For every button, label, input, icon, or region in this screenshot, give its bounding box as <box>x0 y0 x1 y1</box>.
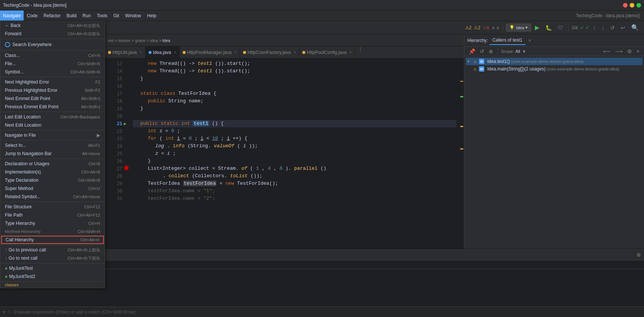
close-panel-btn[interactable]: × <box>635 48 641 55</box>
line-num-13: 13 <box>111 61 122 66</box>
nav-last-edit[interactable]: Last Edit Location Ctrl+Shift+Backspace <box>0 113 105 121</box>
callee-icon-btn[interactable]: ⟵ <box>602 48 612 55</box>
tree-item-test1[interactable]: ▾ ⚠ m Idea.test1() (com.example.demo.les… <box>466 58 642 65</box>
nav-class[interactable]: Class... Ctrl+N <box>0 51 105 60</box>
menu-build[interactable]: Build <box>63 10 80 21</box>
menu-git[interactable]: Git <box>110 10 122 21</box>
nav-my-junit[interactable]: ● MyJunitTest <box>0 264 105 272</box>
scope-dropdown-btn[interactable]: ▾ <box>521 48 527 55</box>
nav-prev-call[interactable]: ↑ Go to previous call Ctrl+Alt+向上箭头 <box>0 246 105 254</box>
nav-call-hierarchy[interactable]: Call Hierarchy Ctrl+Alt+H <box>1 236 104 244</box>
menu-window[interactable]: Window <box>122 10 144 21</box>
breakpoint-icon[interactable] <box>124 165 129 170</box>
close-btn[interactable] <box>623 3 627 7</box>
callers-tab-close-icon[interactable]: × <box>528 38 531 43</box>
editor-tabs: mo > lesson > grace > idea > Idea <box>105 34 464 46</box>
tab-httpconfig-close-icon[interactable]: × <box>350 50 352 54</box>
toolbar-sep-4 <box>568 24 569 31</box>
max-btn[interactable] <box>636 3 641 7</box>
nav-next-error[interactable]: Next Highlighted Error F2 <box>0 78 105 86</box>
tree-item-main[interactable]: ⚠ m Idea.main(String[])(2 usages) (com.e… <box>466 65 642 73</box>
nav-next-emmet[interactable]: Next Emmet Edit Point Alt+Shift+] <box>0 94 105 103</box>
code-content[interactable]: new Thread(() -> test1 ()).start(); new … <box>130 58 459 249</box>
git-push-btn[interactable]: ↑ <box>591 23 598 32</box>
min-btn[interactable] <box>630 3 634 7</box>
search-everywhere-btn[interactable]: 🔍 <box>629 22 641 33</box>
nav-file-label: File... <box>5 61 78 66</box>
bottom-settings-btn[interactable]: ⚙ <box>636 252 641 258</box>
nav-prev-error[interactable]: Previous Highlighted Error Shift+F2 <box>0 86 105 94</box>
tab-httputil-close-icon[interactable]: × <box>140 50 142 54</box>
nav-my-junit2[interactable]: ● MyJunitTest2 <box>0 272 105 281</box>
project-title: TechingCode - Idea.java [demo] <box>572 13 644 18</box>
code-line-30: testForIdea.name = "1"; <box>133 187 456 195</box>
tab-httputil[interactable]: HttpUtil.java × <box>105 46 146 58</box>
nav-super-method[interactable]: Super Method Ctrl+U <box>0 184 105 193</box>
run-btn[interactable]: ▶ <box>533 22 542 33</box>
nav-prev-emmet-label: Previous Emmet Edit Point <box>5 104 81 109</box>
nav-back[interactable]: ← Back Ctrl+Alt+向左箭头 <box>0 21 105 30</box>
nav-file[interactable]: File... Ctrl+Shift+N <box>0 60 105 68</box>
tab-httpcoon-close-icon[interactable]: × <box>294 50 296 54</box>
idea-dropdown-btn[interactable]: 💡 Idea ▾ <box>506 24 531 31</box>
menu-navigate[interactable]: Navigate <box>0 10 24 21</box>
debug-btn[interactable]: 🐛 <box>543 23 554 32</box>
menu-run[interactable]: Run <box>80 10 94 21</box>
nav-implementations[interactable]: Implementation(s) Ctrl+Alt+B <box>0 168 105 176</box>
gutter-run-icon-21[interactable]: ▶ <box>124 121 130 127</box>
nav-navigate-in-file[interactable]: Navigate in File ▶ <box>0 131 105 139</box>
tab-more-btn[interactable]: ⋮ <box>355 46 366 58</box>
nav-prev-emmet[interactable]: Previous Emmet Edit Point Alt+Shift+[ <box>0 103 105 111</box>
nav-file-path-label: File Path <box>5 212 77 218</box>
nav-symbol[interactable]: Symbol... Ctrl+Alt+Shift+N <box>0 68 105 76</box>
caller-icon-btn[interactable]: ⟶ <box>614 48 624 55</box>
code-text-23: for ( int i = 0 ; i < 10 ; i ++) { <box>133 135 247 142</box>
editor-scrollbar[interactable] <box>459 58 464 249</box>
menu-tools[interactable]: Tools <box>94 10 110 21</box>
nav-file-structure[interactable]: File Structure Ctrl+F12 <box>0 203 105 211</box>
nav-select-in[interactable]: Select In... Alt+F1 <box>0 141 105 150</box>
nav-related-symbol[interactable]: Related Symbol... Ctrl+Alt+Home <box>0 193 105 201</box>
nav-jump-shortcut: Alt+Home <box>82 151 100 156</box>
tab-httpconfig[interactable]: HttpPoolConfig.java × <box>299 46 355 58</box>
warn-arrows[interactable]: ∧ ∨ <box>492 25 500 30</box>
menu-code[interactable]: Code <box>24 10 41 21</box>
menu-refactor[interactable]: Refactor <box>41 10 63 21</box>
hierarchy-pin-btn[interactable]: 📌 <box>467 48 477 55</box>
tab-idea[interactable]: Idea.java × <box>146 46 180 58</box>
git-pull-btn[interactable]: ↓ <box>599 23 606 32</box>
git-undo-btn[interactable]: ↩ <box>618 23 627 32</box>
window-controls[interactable] <box>623 3 641 7</box>
settings-btn[interactable]: ⚙ <box>626 48 633 55</box>
nav-forward[interactable]: Forward Ctrl+Alt+向右箭头 <box>0 30 105 38</box>
nav-sep-3 <box>0 77 105 77</box>
nav-declaration[interactable]: Declaration or Usages Ctrl+B <box>0 160 105 168</box>
menu-help[interactable]: Help <box>144 10 159 21</box>
nav-file-path[interactable]: File Path Ctrl+Alt+F12 <box>0 211 105 219</box>
git-refresh-btn[interactable]: ↺ <box>608 23 617 32</box>
tab-httppool[interactable]: HttpPoolManager.java × <box>180 46 240 58</box>
code-text-15: } <box>133 75 143 82</box>
nav-jump-to-nav[interactable]: Jump to Navigation Bar Alt+Home <box>0 150 105 158</box>
nav-sep-9 <box>0 245 105 245</box>
code-line-17: static class TestForIdea { <box>133 90 456 97</box>
tab-httppool-close-icon[interactable]: × <box>234 50 237 54</box>
run-controls: 💡 Idea ▾ ▶ 🐛 🛡 <box>506 22 565 33</box>
code-text-30: testForIdea.name = "1"; <box>133 187 215 195</box>
hierarchy-refresh-btn[interactable]: ↺ <box>478 48 486 55</box>
coverage-btn[interactable]: 🛡 <box>555 23 565 32</box>
nav-type-hierarchy[interactable]: Type Hierarchy Ctrl+H <box>0 219 105 227</box>
gutter-left <box>105 58 111 249</box>
callers-tab[interactable]: Callers of test1 <box>489 36 525 45</box>
nav-method-hierarchy[interactable]: Method Hierarchy Ctrl+Shift+H <box>0 227 105 236</box>
code-text-14: new Thread(() -> test1 ()).start(); <box>133 67 250 75</box>
tab-idea-close-icon[interactable]: × <box>174 50 176 54</box>
nav-search-everywhere[interactable]: Search Everywhere <box>0 40 105 49</box>
nav-type-decl[interactable]: Type Declaration Ctrl+Shift+B <box>0 176 105 184</box>
nav-next-call[interactable]: ↓ Go to next call Ctrl+Alt+向下箭头 <box>0 254 105 262</box>
tab-httpcoon[interactable]: HttpCoonFactory.java × <box>240 46 299 58</box>
nav-next-edit[interactable]: Next Edit Location <box>0 121 105 129</box>
hierarchy-expand-btn[interactable]: ⊕ <box>487 48 495 55</box>
code-text-13: new Thread(() -> test1 ()).start(); <box>133 60 250 67</box>
code-editor: 13 14 15 16 17 <box>105 58 464 249</box>
